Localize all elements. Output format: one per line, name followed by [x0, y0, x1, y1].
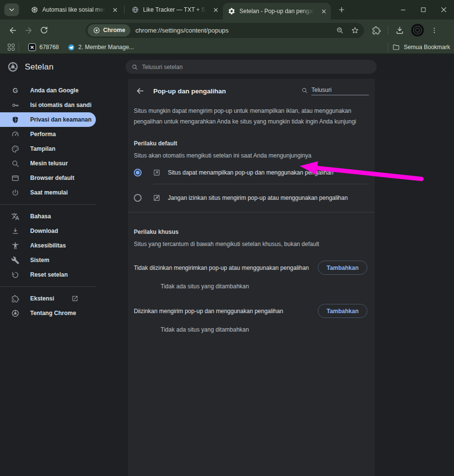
sidebar-item-isi-otomatis[interactable]: Isi otomatis dan sandi [0, 98, 96, 112]
wrench-icon [11, 256, 19, 264]
tab-like-tracker[interactable]: Like Tracker — TXT + Screensh [127, 0, 223, 19]
chrome-logo-icon [93, 27, 100, 34]
sidebar-item-label: Sistem [30, 257, 49, 264]
maximize-button[interactable] [413, 0, 434, 19]
section-subtext-custom: Situs yang tercantum di bawah mengikuti … [134, 241, 369, 247]
exception-label: Tidak diizinkan mengirimkan pop-up atau … [134, 264, 318, 272]
chrome-chip[interactable]: Chrome [88, 24, 130, 36]
add-allowed-site-button[interactable]: Tambahkan [318, 304, 367, 318]
google-g-icon: G [11, 87, 19, 95]
folder-icon [392, 43, 400, 51]
apps-grid-icon[interactable] [8, 44, 15, 51]
back-button[interactable] [5, 22, 20, 38]
sidebar-item-tentang-chrome[interactable]: Tentang Chrome [0, 306, 96, 320]
popup-allowed-icon [153, 169, 161, 176]
reload-button[interactable] [36, 22, 52, 38]
chip-label: Chrome [103, 27, 125, 34]
menu-dots-icon[interactable] [431, 27, 438, 34]
chrome-logo-icon [7, 61, 18, 72]
minimize-button[interactable] [393, 0, 413, 19]
close-window-button[interactable] [434, 0, 454, 19]
sidebar-item-mesin-telusur[interactable]: Mesin telusur [0, 156, 96, 171]
sidebar-item-privasi-dan-keamanan[interactable]: Privasi dan keamanan [0, 112, 96, 127]
plus-icon [338, 6, 345, 14]
tab-close-icon[interactable] [211, 5, 220, 14]
bookmark-member-manage[interactable]: 2. Member Manage... [63, 41, 138, 53]
exception-label: Diizinkan mengirim pop-up dan menggunaka… [134, 307, 318, 316]
sidebar-item-browser-default[interactable]: Browser default [0, 171, 96, 185]
radio-selected[interactable] [134, 169, 142, 176]
x-logo-icon: ✕ [28, 43, 36, 51]
sidebar-item-label: Ekstensi [30, 295, 54, 302]
radio-unselected[interactable] [134, 194, 142, 202]
download-icon [11, 227, 19, 235]
sidebar-item-label: Performa [30, 131, 56, 138]
bookmark-678768[interactable]: ✕ 678768 [24, 41, 63, 53]
settings-search-input[interactable]: Telusuri setelan [126, 60, 377, 74]
back-arrow-icon[interactable] [136, 87, 145, 95]
all-bookmarks-label[interactable]: Semua Bookmark [404, 44, 450, 51]
profile-avatar[interactable] [411, 24, 424, 36]
zoom-icon[interactable] [336, 26, 344, 35]
radio-option-allow[interactable]: Situs dapat menampilkan pop-up dan mengg… [134, 161, 369, 184]
new-tab-button[interactable] [335, 3, 348, 17]
bookmarks-bar: ✕ 678768 2. Member Manage... Semua Bookm… [0, 41, 454, 55]
sidebar-item-label: Tampilan [30, 145, 55, 152]
page-title: Pop-up dan pengalihan [153, 88, 226, 95]
tab-setelan-active[interactable]: Setelan - Pop-up dan pengalih [223, 3, 331, 19]
sidebar-item-reset-setelan[interactable]: Reset setelan [0, 267, 96, 282]
bookmark-label: 678768 [39, 44, 59, 51]
empty-list-text: Tidak ada situs yang ditambahkan [134, 283, 369, 290]
tab-title: Like Tracker — TXT + Screensh [143, 6, 207, 13]
sidebar-item-download[interactable]: Download [0, 224, 96, 238]
gear-icon [228, 7, 236, 15]
openai-logo-icon [31, 6, 38, 14]
section-subtext-default: Situs akan otomatis mengikuti setelan in… [134, 152, 369, 159]
radio-option-block[interactable]: Jangan izinkan situs mengirim pop-up ata… [134, 187, 369, 209]
omnibox[interactable]: Chrome chrome://settings/content/popups [86, 23, 364, 38]
sidebar-item-performa[interactable]: Performa [0, 127, 96, 141]
sidebar-item-anda-dan-google[interactable]: G Anda dan Google [0, 83, 96, 98]
palette-icon [11, 145, 19, 153]
tab-close-icon[interactable] [110, 5, 119, 14]
download-icon[interactable] [395, 26, 404, 35]
tab-strip: Automasi like sosial media Like Tracker … [0, 0, 454, 19]
subpage-search-input[interactable]: Telusuri [301, 87, 369, 95]
extensions-icon[interactable] [372, 26, 381, 35]
tab-close-icon[interactable] [319, 7, 328, 16]
browser-toolbar: Chrome chrome://settings/content/popups [0, 19, 454, 41]
sidebar-item-ekstensi[interactable]: Ekstensi [0, 291, 96, 306]
url-text[interactable]: chrome://settings/content/popups [135, 27, 336, 34]
external-link-icon [72, 295, 78, 302]
option-divider [153, 184, 369, 184]
globe-icon [131, 6, 139, 14]
browser-window-icon [11, 174, 19, 182]
settings-title: Setelan [25, 62, 54, 72]
telegram-icon [68, 44, 75, 51]
forward-button[interactable] [20, 22, 36, 38]
exception-row-allowed: Diizinkan mengirim pop-up dan menggunaka… [134, 304, 369, 318]
page-description: Situs mungkin dapat mengirim pop-up untu… [134, 106, 366, 127]
radio-label: Jangan izinkan situs mengirim pop-up ata… [168, 194, 348, 201]
sidebar-divider [0, 204, 96, 205]
puzzle-icon [11, 295, 19, 303]
tab-automasi[interactable]: Automasi like sosial media [26, 0, 122, 19]
toolbar-separator [388, 26, 388, 35]
bookmark-star-icon[interactable] [351, 26, 359, 35]
sidebar-item-label: Bahasa [30, 213, 51, 220]
add-blocked-site-button[interactable]: Tambahkan [318, 261, 367, 275]
tab-search-button[interactable] [4, 3, 19, 16]
sidebar-item-saat-memulai[interactable]: Saat memulai [0, 185, 96, 200]
sidebar-item-sistem[interactable]: Sistem [0, 253, 96, 267]
settings-search-placeholder: Telusuri setelan [142, 64, 182, 71]
sidebar-item-tampilan[interactable]: Tampilan [0, 141, 96, 156]
sidebar-item-label: Privasi dan keamanan [30, 116, 91, 123]
tab-title: Automasi like sosial media [42, 6, 107, 13]
radio-label: Situs dapat menampilkan pop-up dan mengg… [168, 169, 333, 176]
power-icon [11, 189, 19, 197]
key-icon [11, 101, 19, 109]
sidebar-item-bahasa[interactable]: Bahasa [0, 209, 96, 224]
sidebar-item-aksesibilitas[interactable]: Aksesibilitas [0, 238, 96, 253]
chevron-down-icon [8, 6, 16, 14]
speedometer-icon [11, 130, 19, 139]
